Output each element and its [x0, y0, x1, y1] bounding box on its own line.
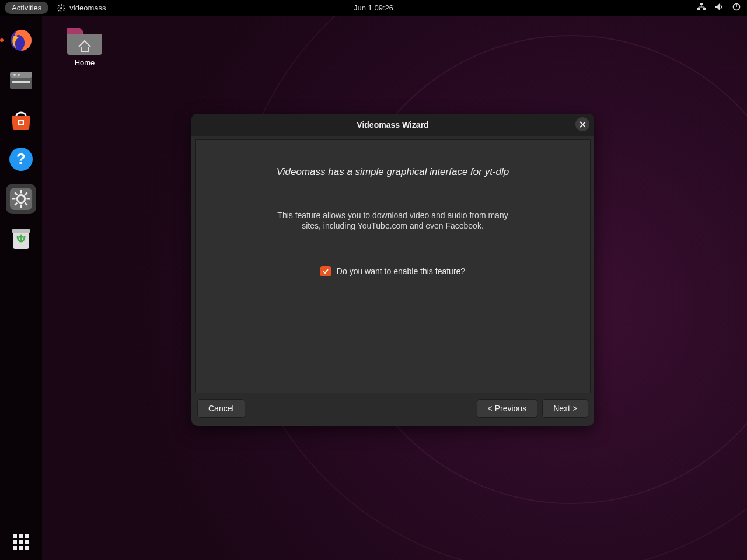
svg-rect-1	[700, 3, 703, 5]
svg-rect-8	[10, 72, 32, 78]
top-bar: Activities videomass Jun 1 09:26	[0, 0, 747, 16]
dialog-footer: Cancel < Previous Next >	[191, 397, 594, 426]
power-icon[interactable]	[732, 2, 741, 13]
dock-software[interactable]	[6, 104, 36, 135]
svg-rect-9	[12, 81, 30, 83]
wizard-description: This feature allows you to download vide…	[267, 210, 518, 231]
videomass-app-icon	[57, 4, 66, 13]
svg-point-10	[13, 74, 16, 76]
svg-rect-3	[703, 8, 706, 10]
software-store-icon	[8, 107, 34, 132]
show-applications-button[interactable]	[13, 534, 29, 550]
dialog-body: Videomass has a simple graphical interfa…	[195, 139, 591, 393]
cancel-button[interactable]: Cancel	[197, 399, 245, 418]
dock-files[interactable]	[6, 65, 36, 95]
current-app-name: videomass	[69, 4, 106, 12]
enable-feature-checkbox[interactable]	[320, 266, 331, 276]
enable-feature-label: Do you want to enable this feature?	[337, 267, 465, 276]
activities-button[interactable]: Activities	[5, 2, 48, 14]
files-icon	[8, 68, 34, 92]
close-icon	[580, 121, 586, 128]
enable-feature-row[interactable]: Do you want to enable this feature?	[320, 266, 465, 276]
firefox-icon	[8, 27, 34, 53]
check-icon	[322, 268, 329, 275]
svg-point-13	[19, 121, 23, 124]
svg-point-0	[60, 7, 62, 9]
close-button[interactable]	[575, 117, 589, 131]
next-button[interactable]: Next >	[542, 399, 588, 418]
svg-text:?: ?	[16, 150, 26, 167]
settings-gear-icon	[9, 187, 33, 211]
home-folder-icon	[66, 24, 103, 55]
help-icon: ?	[8, 146, 34, 172]
dock-settings[interactable]	[6, 184, 36, 214]
svg-rect-27	[12, 229, 30, 233]
previous-button[interactable]: < Previous	[477, 399, 538, 418]
volume-icon[interactable]	[714, 2, 724, 13]
svg-rect-2	[697, 8, 700, 10]
current-app-indicator[interactable]: videomass	[57, 4, 106, 13]
dock: ?	[0, 16, 42, 560]
trash-icon	[9, 226, 33, 251]
network-icon[interactable]	[697, 2, 706, 13]
dock-help[interactable]: ?	[6, 144, 36, 174]
dock-firefox[interactable]	[6, 25, 36, 55]
dialog-titlebar[interactable]: Videomass Wizard	[191, 114, 594, 136]
clock[interactable]: Jun 1 09:26	[354, 4, 393, 12]
svg-point-11	[18, 74, 20, 76]
dock-trash[interactable]	[6, 223, 36, 254]
wizard-headline: Videomass has a simple graphical interfa…	[277, 166, 509, 178]
videomass-wizard-dialog: Videomass Wizard Videomass has a simple …	[191, 114, 594, 426]
desktop-home-label: Home	[61, 58, 108, 67]
desktop-home-icon[interactable]: Home	[61, 24, 108, 67]
dialog-title: Videomass Wizard	[357, 120, 428, 130]
